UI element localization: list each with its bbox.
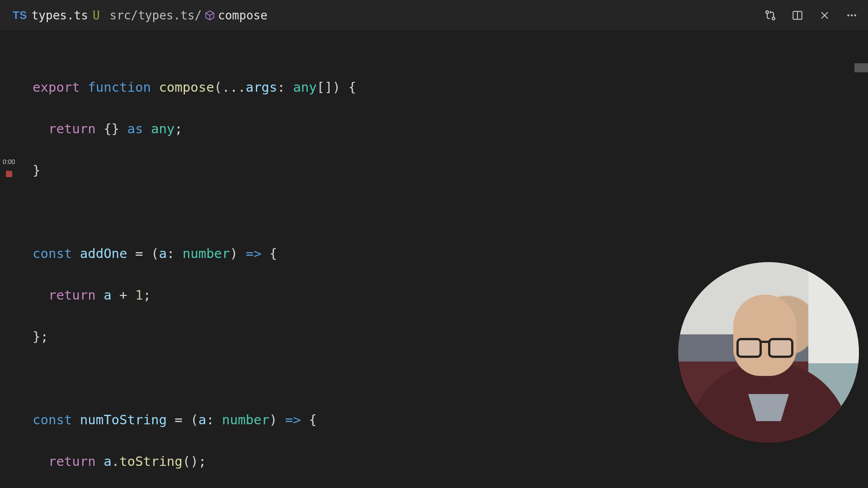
typescript-icon: TS	[13, 9, 27, 22]
symbol-icon	[204, 10, 215, 21]
code-line: return a.toString();	[33, 451, 868, 472]
tab-file-name: types.ts	[32, 9, 88, 22]
recording-time: 0:00	[3, 158, 15, 165]
code-line: const addOne = (a: number) => {	[33, 243, 868, 264]
more-actions-icon[interactable]	[844, 8, 859, 23]
code-line	[33, 202, 868, 222]
tab-actions	[763, 8, 859, 23]
compare-changes-icon[interactable]	[763, 8, 778, 23]
svg-point-6	[847, 14, 849, 16]
svg-point-7	[851, 14, 853, 16]
recording-overlay: 0:00	[3, 158, 15, 177]
tab-bar: TS types.ts U src/types.ts/ compose	[0, 0, 868, 31]
minimap-viewport[interactable]	[854, 63, 868, 72]
code-line: }	[33, 160, 868, 181]
breadcrumb-symbol: compose	[218, 9, 268, 22]
svg-point-0	[766, 11, 769, 14]
svg-point-1	[772, 17, 775, 20]
tab-git-status: U	[93, 9, 100, 22]
code-line: export function compose(...args: any[]) …	[33, 77, 868, 98]
breadcrumb[interactable]: src/types.ts/ compose	[110, 9, 268, 22]
split-editor-icon[interactable]	[790, 8, 805, 23]
active-tab[interactable]: TS types.ts U	[9, 9, 104, 22]
webcam-overlay[interactable]	[678, 262, 859, 443]
code-line: return {} as any;	[33, 118, 868, 139]
close-icon[interactable]	[817, 8, 832, 23]
record-icon	[6, 171, 12, 177]
breadcrumb-path: src/types.ts/	[110, 9, 202, 22]
svg-point-8	[854, 14, 856, 16]
